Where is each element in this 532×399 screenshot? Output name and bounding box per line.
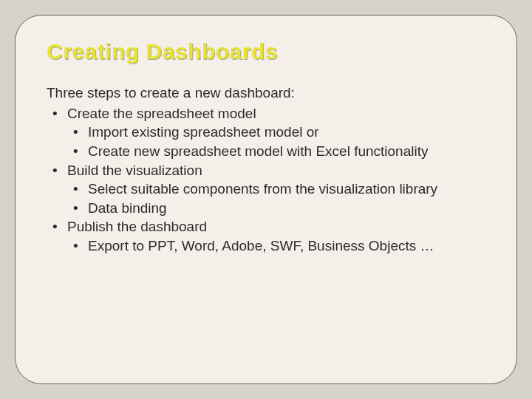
sub-list: Select suitable components from the visu… bbox=[67, 180, 485, 217]
sub-list: Import existing spreadsheet model or Cre… bbox=[67, 123, 485, 160]
list-item: Data binding bbox=[67, 199, 485, 218]
list-item: Publish the dashboard Export to PPT, Wor… bbox=[47, 217, 485, 255]
list-item: Select suitable components from the visu… bbox=[67, 180, 485, 199]
list-item: Create the spreadsheet model Import exis… bbox=[47, 104, 485, 161]
list-item: Export to PPT, Word, Adobe, SWF, Busines… bbox=[67, 236, 485, 256]
intro-text: Three steps to create a new dashboard: bbox=[47, 83, 485, 103]
sub-list: Export to PPT, Word, Adobe, SWF, Busines… bbox=[67, 236, 485, 256]
step-label: Create the spreadsheet model bbox=[67, 106, 256, 121]
slide-body: Three steps to create a new dashboard: C… bbox=[47, 83, 485, 256]
list-item: Import existing spreadsheet model or bbox=[67, 123, 485, 142]
slide-title: Creating Dashboards bbox=[47, 39, 485, 64]
slide: Creating Dashboards Three steps to creat… bbox=[15, 15, 517, 384]
step-list: Create the spreadsheet model Import exis… bbox=[47, 104, 485, 256]
step-label: Build the visualization bbox=[67, 163, 202, 178]
list-item: Build the visualization Select suitable … bbox=[47, 161, 485, 218]
list-item: Create new spreadsheet model with Excel … bbox=[67, 142, 485, 161]
step-label: Publish the dashboard bbox=[67, 219, 207, 234]
